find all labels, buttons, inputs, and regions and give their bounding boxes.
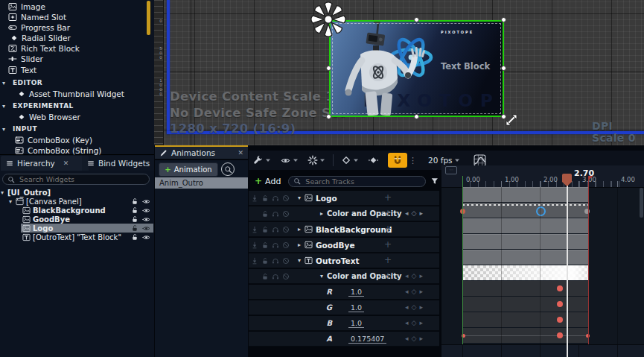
palette-category-input[interactable]: ▾INPUT: [2, 124, 148, 134]
mute-icon[interactable]: [282, 241, 290, 249]
add-section-icon[interactable]: +: [384, 255, 392, 265]
lock-open-icon[interactable]: [131, 198, 138, 205]
track-row-blackbackground[interactable]: ▸ BlackBackground +: [249, 222, 439, 237]
keyframe-nav-arrows[interactable]: ◂◇▸: [405, 303, 426, 311]
hierarchy-row-ui-outro[interactable]: ▾ [UI_Outro]: [0, 188, 154, 197]
mute-icon[interactable]: [282, 210, 290, 218]
lock-icon[interactable]: [261, 226, 269, 233]
palette-item-image[interactable]: Image: [8, 1, 154, 12]
close-icon[interactable]: ✕: [237, 149, 243, 157]
section-bar-logo[interactable]: [462, 187, 588, 202]
add-section-icon[interactable]: +: [384, 239, 392, 250]
channel-lane-r[interactable]: [462, 281, 588, 296]
timeline-vertical-scrollbar[interactable]: [640, 188, 643, 218]
channel-lane-g[interactable]: [462, 297, 588, 312]
track-row-outrotext[interactable]: ▾ OutroText +: [249, 253, 439, 268]
designer-viewport[interactable]: 0 500 1000 Device Content Scale 1.0 No D…: [154, 0, 644, 145]
track-row-goodbye[interactable]: ▸ GoodBye +: [249, 238, 439, 253]
mute-icon[interactable]: [282, 226, 290, 233]
channel-row-a[interactable]: A 0.175407 ◂◇▸: [249, 332, 439, 347]
visibility-eye-icon[interactable]: [142, 215, 150, 224]
keyframe-dot[interactable]: [557, 317, 563, 323]
fps-dropdown[interactable]: 20 fps: [428, 156, 460, 165]
hierarchy-row-logo-selected[interactable]: Logo: [0, 224, 154, 233]
add-animation-button[interactable]: + Animation: [159, 162, 218, 177]
keyframe-dot[interactable]: [557, 301, 563, 307]
pin-icon[interactable]: [251, 195, 258, 202]
channel-row-g[interactable]: G 1.0 ◂◇▸: [249, 300, 439, 315]
filter-funnel-icon[interactable]: [430, 177, 439, 186]
palette-item-combobox-string[interactable]: ComboBox (String): [15, 145, 161, 156]
anchor-widget-icon[interactable]: [309, 0, 348, 39]
section-bar-outrotext[interactable]: [462, 250, 588, 265]
keyframe-options-button[interactable]: [341, 155, 359, 165]
resize-handle-bottom-left[interactable]: [326, 114, 331, 119]
palette-item-progress-bar[interactable]: Progress Bar: [8, 22, 154, 33]
lock-icon[interactable]: [261, 210, 269, 218]
selected-logo-widget[interactable]: PIXOTOPƎ: [329, 20, 504, 117]
pin-icon[interactable]: [251, 241, 258, 249]
track-search-box[interactable]: [288, 176, 426, 187]
chevron-right-icon[interactable]: ▸: [298, 241, 305, 248]
tab-bind-widgets[interactable]: Bind Widgets: [82, 156, 164, 171]
palette-item-named-slot[interactable]: Named Slot: [8, 12, 154, 22]
section-bar-blackbackground[interactable]: [462, 218, 588, 233]
animation-list-item-anim-outro[interactable]: Anim_Outro: [155, 177, 248, 189]
timeline-area[interactable]: 0.00 1.00 2.00 3.00 4.00 ···: [441, 165, 644, 357]
keyframe-nav-arrows[interactable]: ◂◇▸: [405, 272, 426, 279]
palette-item-radial-slider[interactable]: Radial Slider: [10, 33, 156, 43]
track-row-outrotext-color-opacity[interactable]: ▾ Color and Opacity + ◂◇▸: [249, 269, 439, 284]
solo-headphones-icon[interactable]: [272, 257, 279, 265]
channel-lane-a[interactable]: [462, 328, 588, 343]
channel-row-r[interactable]: R 1.0 ◂◇▸: [249, 285, 439, 300]
section-bar-goodbye[interactable]: [462, 234, 588, 249]
add-track-button[interactable]: + Add: [255, 176, 281, 186]
lock-open-icon[interactable]: [131, 233, 138, 241]
lock-icon[interactable]: [261, 257, 269, 265]
section-bar-logo-color-opacity[interactable]: [462, 203, 588, 218]
visibility-eye-icon[interactable]: [142, 233, 150, 241]
lock-open-icon[interactable]: [131, 206, 138, 214]
channel-row-b[interactable]: B 1.0 ◂◇▸: [249, 316, 439, 331]
hierarchy-row-goodbye[interactable]: GoodBye: [0, 215, 154, 224]
hierarchy-row-blackbackground[interactable]: BlackBackground: [0, 206, 154, 215]
lock-icon[interactable]: [261, 195, 269, 202]
mute-icon[interactable]: [282, 273, 290, 280]
keyframe-nav-arrows[interactable]: ◂◇▸: [405, 335, 426, 342]
snapping-options-dots[interactable]: ⋮: [409, 156, 418, 165]
alpha-gradient-bar[interactable]: [462, 265, 588, 280]
channel-lane-b[interactable]: [462, 312, 588, 327]
mute-icon[interactable]: [282, 195, 290, 202]
tab-animations[interactable]: Animations ✕: [155, 145, 248, 159]
resize-handle-bottom-mid[interactable]: [414, 114, 419, 119]
palette-category-experimental[interactable]: ▾EXPERIMENTAL: [2, 101, 148, 111]
solo-headphones-icon[interactable]: [272, 226, 279, 233]
add-section-icon[interactable]: +: [384, 192, 392, 203]
palette-category-editor[interactable]: ▾EDITOR: [2, 78, 148, 88]
lock-open-icon[interactable]: [131, 215, 138, 223]
resize-handle-top-right[interactable]: [501, 17, 506, 22]
resize-handle-top-mid[interactable]: [414, 17, 419, 22]
playback-start-marker[interactable]: [462, 176, 463, 357]
hierarchy-row-canvas-panel[interactable]: ▾ [Canvas Panel]: [0, 197, 154, 206]
hierarchy-search-box[interactable]: [2, 174, 150, 185]
visibility-eye-icon[interactable]: [142, 224, 150, 233]
hierarchy-search-input[interactable]: [18, 174, 144, 184]
track-row-logo-color-opacity[interactable]: ▸ Color and Opacity + ◂◇▸: [249, 206, 439, 221]
keyframe-nav-arrows[interactable]: ◂◇▸: [405, 209, 426, 217]
tab-hierarchy[interactable]: Hierarchy ✕: [1, 156, 89, 171]
resize-handle-mid-right[interactable]: [501, 66, 506, 71]
solo-headphones-icon[interactable]: [272, 273, 279, 280]
palette-item-text[interactable]: Text: [8, 65, 154, 75]
palette-item-web-browser[interactable]: Web Browser: [18, 112, 164, 122]
playhead-line[interactable]: [567, 177, 568, 357]
hierarchy-row-outrotext[interactable]: [OutroText] "Text Block": [0, 233, 154, 241]
lock-open-icon[interactable]: [131, 224, 138, 232]
sequencer-settings-button[interactable]: [253, 155, 271, 165]
resize-handle-mid-left[interactable]: [326, 66, 331, 71]
keyframe-nav-arrows[interactable]: ◂◇▸: [405, 319, 426, 326]
playback-options-button[interactable]: [307, 155, 325, 165]
add-section-icon[interactable]: +: [384, 224, 392, 234]
visibility-eye-icon[interactable]: [142, 206, 150, 215]
channel-value-field[interactable]: 1.0: [348, 303, 364, 312]
